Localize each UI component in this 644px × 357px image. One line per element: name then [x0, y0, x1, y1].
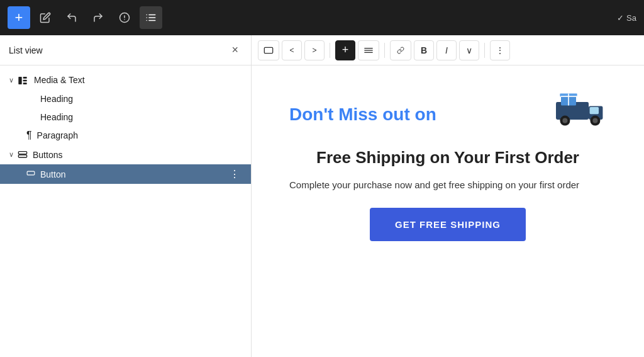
heading1-label: Heading: [40, 94, 242, 104]
tree-item-paragraph[interactable]: ¶ Paragraph: [0, 126, 251, 145]
tree-item-button[interactable]: Button ⋮: [0, 164, 251, 184]
heading1-icon: [26, 93, 35, 104]
pen-icon-button[interactable]: [34, 6, 57, 29]
preview-top-row: Don't Miss out on: [289, 91, 606, 138]
button-options-dots[interactable]: ⋮: [227, 168, 242, 180]
svg-rect-13: [18, 152, 26, 154]
chevron-buttons-icon: ∨: [9, 150, 14, 159]
undo-button[interactable]: [60, 6, 83, 29]
bold-button[interactable]: B: [414, 40, 434, 60]
heading2-icon: [26, 111, 35, 122]
toolbar-divider1: [330, 43, 330, 58]
nav-next-button[interactable]: >: [304, 40, 325, 60]
main-heading: Free Shipping on Your First Order: [289, 148, 606, 167]
truck-icon: [556, 91, 606, 138]
add-block-button[interactable]: +: [335, 40, 355, 60]
svg-point-28: [562, 118, 567, 123]
tree-item-buttons[interactable]: ∨ Buttons: [0, 145, 251, 164]
svg-rect-11: [23, 80, 27, 82]
svg-rect-9: [18, 77, 21, 84]
tree-item-heading2[interactable]: Heading: [0, 108, 251, 126]
paragraph-icon: ¶: [26, 130, 32, 141]
buttons-icon: [18, 149, 28, 161]
media-text-icon: [18, 74, 29, 86]
top-toolbar: + ✓ Sa: [0, 0, 644, 35]
more-options-button[interactable]: ∨: [459, 40, 479, 60]
block-align-button[interactable]: [258, 40, 279, 60]
button-icon: [26, 169, 35, 179]
heading2-label: Heading: [40, 112, 242, 122]
promo-heading: Don't Miss out on: [289, 105, 436, 125]
editor-area: < > + B I ∨ ⋮ Don't Miss out on: [252, 35, 644, 357]
preview-area: Don't Miss out on: [252, 65, 644, 357]
tree-item-heading1[interactable]: Heading: [0, 89, 251, 108]
link-button[interactable]: [390, 40, 411, 60]
sidebar-tree: ∨ Media & Text Heading Heading: [0, 65, 251, 357]
svg-rect-14: [18, 155, 26, 157]
toolbar-left: +: [8, 6, 162, 29]
save-label: ✓ Sa: [617, 13, 636, 23]
align-button[interactable]: [358, 40, 379, 60]
toolbar-divider3: [484, 43, 485, 58]
main-area: List view × ∨ Media & Text Heading: [0, 35, 644, 357]
button-label: Button: [40, 169, 227, 179]
preview-paragraph: Complete your purchase now and get free …: [289, 178, 606, 193]
toolbar-divider2: [384, 43, 385, 58]
nav-prev-button[interactable]: <: [282, 40, 302, 60]
svg-rect-12: [23, 82, 27, 84]
svg-rect-16: [264, 47, 272, 53]
sidebar: List view × ∨ Media & Text Heading: [0, 35, 252, 357]
list-view-button[interactable]: [140, 6, 162, 29]
svg-point-30: [592, 118, 597, 123]
add-button[interactable]: +: [8, 6, 30, 29]
buttons-label: Buttons: [33, 150, 242, 160]
svg-rect-22: [590, 107, 599, 114]
close-sidebar-button[interactable]: ×: [228, 42, 242, 58]
italic-button[interactable]: I: [436, 40, 457, 60]
sidebar-title: List view: [9, 45, 43, 55]
svg-rect-10: [23, 77, 27, 79]
block-toolbar: < > + B I ∨ ⋮: [252, 35, 644, 65]
cta-button[interactable]: GET FREE SHIPPING: [370, 208, 526, 241]
media-text-label: Media & Text: [34, 75, 242, 85]
toolbar-right: ✓ Sa: [617, 13, 636, 23]
info-button[interactable]: [113, 6, 136, 29]
redo-button[interactable]: [87, 6, 109, 29]
sidebar-header: List view ×: [0, 35, 251, 65]
chevron-icon: ∨: [9, 76, 14, 84]
kebab-menu-button[interactable]: ⋮: [490, 40, 510, 60]
svg-rect-15: [27, 171, 35, 175]
tree-item-media-text[interactable]: ∨ Media & Text: [0, 71, 251, 89]
paragraph-label: Paragraph: [37, 130, 242, 140]
